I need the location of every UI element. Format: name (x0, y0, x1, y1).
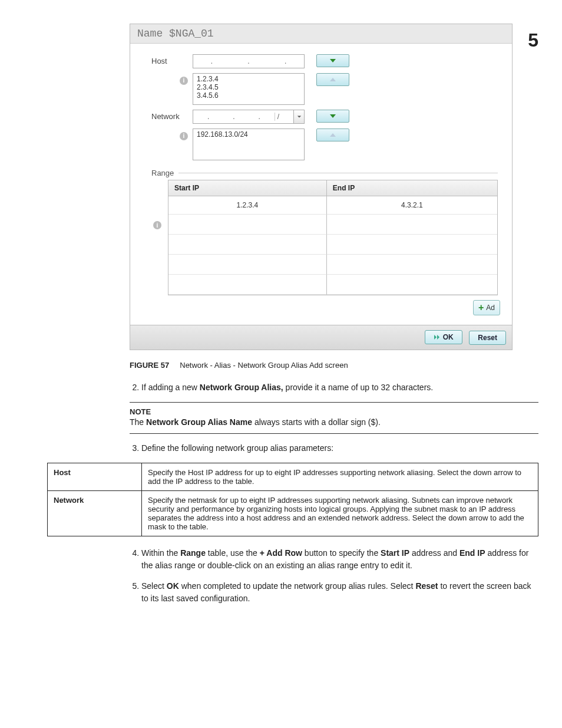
info-icon: i (180, 132, 188, 140)
host-label: Host (151, 54, 193, 65)
info-icon: i (153, 221, 161, 229)
arrow-up-icon (329, 131, 337, 139)
range-header-end: End IP (326, 180, 497, 196)
range-end-cell: 4.3.2.1 (326, 196, 497, 215)
table-row[interactable] (168, 275, 497, 295)
param-network-label: Network (48, 491, 142, 536)
host-remove-button[interactable] (316, 73, 349, 86)
host-list[interactable]: 1.2.3.4 2.3.4.5 3.4.5.6 (193, 73, 305, 105)
chapter-number: 5 (528, 29, 538, 51)
list-item: 192.168.13.0/24 (197, 130, 300, 139)
network-list[interactable]: 192.168.13.0/24 (193, 129, 305, 160)
list-item: 3.4.5.6 (197, 91, 300, 100)
ok-button[interactable]: OK (425, 330, 462, 344)
table-row[interactable] (168, 235, 497, 255)
host-ip-input[interactable]: ... (193, 54, 305, 68)
cidr-slash: / (275, 113, 282, 121)
table-row: Host Specify the Host IP address for up … (48, 463, 538, 491)
list-item: 1.2.3.4 (197, 75, 300, 83)
range-start-cell: 1.2.3.4 (168, 196, 326, 215)
note-box: NOTE The Network Group Alias Name always… (130, 402, 538, 434)
screenshot-panel: Name $NGA_01 Host ... i 1.2.3.4 2.3.4.5 (130, 24, 513, 350)
param-host-label: Host (48, 463, 142, 491)
cidr-dropdown-button[interactable] (293, 110, 304, 123)
list-item: 2.3.4.5 (197, 83, 300, 91)
chevron-down-icon (297, 114, 302, 119)
info-icon: i (180, 77, 188, 85)
step-4: Within the Range table, use the + Add Ro… (141, 547, 538, 572)
network-add-button[interactable] (316, 110, 349, 123)
ok-label: OK (443, 333, 454, 341)
reset-button[interactable]: Reset (469, 331, 506, 345)
step-5: Select OK when completed to update the n… (141, 580, 538, 605)
reset-label: Reset (478, 334, 497, 342)
name-field-bar: Name $NGA_01 (130, 24, 512, 44)
host-add-button[interactable] (316, 54, 349, 67)
network-label: Network (151, 110, 193, 121)
arrow-down-icon (329, 113, 337, 120)
table-row: Network Specify the netmask for up to ei… (48, 491, 538, 536)
note-heading: NOTE (130, 407, 538, 416)
add-row-button[interactable]: + Ad (473, 300, 500, 315)
arrow-down-icon (329, 57, 337, 64)
param-network-text: Specify the netmask for up to eight IP a… (142, 491, 538, 536)
range-header-start: Start IP (168, 180, 326, 196)
step-3: Define the following network group alias… (141, 442, 538, 454)
table-row[interactable] (168, 215, 497, 235)
range-table: Start IP End IP 1.2.3.4 4.3.2.1 (168, 180, 498, 295)
name-value[interactable]: $NGA_01 (169, 28, 214, 39)
network-remove-button[interactable] (316, 129, 349, 141)
figure-caption: FIGURE 57 Network - Alias - Network Grou… (130, 361, 538, 370)
step-2: If adding a new Network Group Alias, pro… (141, 381, 538, 394)
table-row[interactable] (168, 255, 497, 275)
table-row[interactable]: 1.2.3.4 4.3.2.1 (168, 196, 497, 215)
play-icon (434, 334, 441, 340)
dialog-footer: OK Reset (130, 325, 512, 350)
network-cidr-input[interactable]: ... / (193, 110, 305, 124)
add-row-label: Ad (486, 304, 495, 312)
name-label: Name (137, 28, 163, 39)
figure-title: Network - Alias - Network Group Alias Ad… (180, 361, 348, 370)
param-host-text: Specify the Host IP address for up to ei… (142, 463, 538, 491)
plus-icon: + (478, 302, 484, 313)
figure-number: FIGURE 57 (130, 361, 169, 370)
parameter-table: Host Specify the Host IP address for up … (47, 463, 538, 536)
arrow-up-icon (329, 76, 337, 83)
range-label: Range (151, 169, 174, 177)
